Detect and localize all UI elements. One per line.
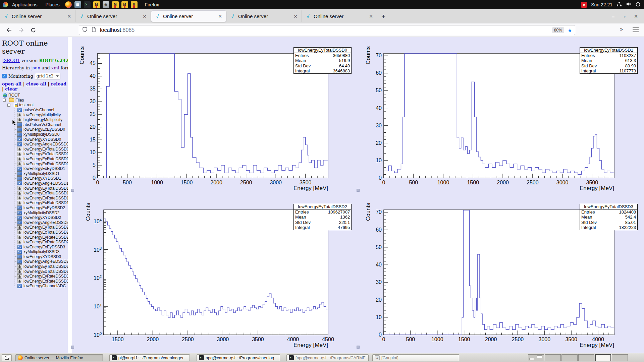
tree-item-lowEnergyAngleEDSSD0[interactable]: lowEnergyAngleEDSSD0 <box>2 142 68 147</box>
pad-lowEnergyEyTotalDSSD2[interactable]: 1500200025003000350040004500100101102103… <box>72 193 358 350</box>
taskbar-item-4[interactable]: >_[npg@carme-gsi:~/Programs/CARME... <box>286 354 369 361</box>
terminal-launcher-icon[interactable]: >_ <box>84 1 91 8</box>
zoom-level-badge[interactable]: 80% <box>552 27 564 33</box>
tree-item-pulserVsChannel[interactable]: pulserVsChannel <box>2 108 68 113</box>
network-icon[interactable] <box>616 1 622 8</box>
taskbar-item-3[interactable]: >_npg@carme-gsi:~/Programs/caenlog... <box>197 354 280 361</box>
tab-close-icon[interactable]: ✕ <box>217 14 223 19</box>
tree-item-lowEnergyAngleEDSSD2[interactable]: lowEnergyAngleEDSSD2 <box>2 220 68 225</box>
pad-resize-handle[interactable] <box>71 346 74 349</box>
tree-item-lowEnergyMultiplicity[interactable]: lowEnergyMultiplicity <box>2 112 68 117</box>
tree-item-lowEnergyExTotalDSSD1[interactable]: lowEnergyExTotalDSSD1 <box>2 191 68 196</box>
sidebar-divider[interactable] <box>68 37 72 353</box>
tree-item-lowEnergyExTotalDSSD0[interactable]: lowEnergyExTotalDSSD0 <box>2 152 68 157</box>
clock[interactable]: Sun 22:21 <box>591 2 612 7</box>
browser-tab-2[interactable]: √ Online server ✕ <box>75 10 151 22</box>
tree-item-lowEnergyEyTotalDSSD2[interactable]: lowEnergyEyTotalDSSD2 <box>2 225 68 230</box>
tree-item-lowEnergyExRateDSSD3[interactable]: lowEnergyExRateDSSD3 <box>2 279 68 284</box>
taskbar-item-5[interactable]: ▲[Gnuplot] <box>372 354 459 361</box>
firefox-launcher-icon[interactable] <box>65 1 72 8</box>
workspace-1[interactable] <box>528 354 544 361</box>
tree-item-lowEnergyXYDSSD0[interactable]: lowEnergyXYDSSD0 <box>2 137 68 142</box>
shield-icon[interactable] <box>82 26 88 34</box>
xml-link[interactable]: xml <box>51 65 59 70</box>
tree-item-lowEnergyExTotalDSSD2[interactable]: lowEnergyExTotalDSSD2 <box>2 230 68 235</box>
tree-item-lowEnergyAngleEDSSD1[interactable]: lowEnergyAngleEDSSD1 <box>2 181 68 186</box>
tree-item-lowEnergyExTotalDSSD3[interactable]: lowEnergyExTotalDSSD3 <box>2 269 68 274</box>
tab-close-icon[interactable]: ✕ <box>368 14 374 19</box>
tree-item-lowEnergyExRateDSSD0[interactable]: lowEnergyExRateDSSD0 <box>2 161 68 166</box>
tree-item-lowEnergyExEyDSSD2[interactable]: lowEnergyExEyDSSD2 <box>2 205 68 210</box>
json-link[interactable]: json <box>31 65 40 70</box>
midas-launcher-icon[interactable]: M <box>131 1 138 8</box>
forward-button[interactable] <box>16 25 26 35</box>
pad-resize-handle[interactable] <box>357 346 360 349</box>
taskbar-item-2[interactable]: >_pi@nnrpi1: ~/Programs/caenlogger <box>109 354 190 361</box>
tree-node-root[interactable]: ROOT <box>2 93 68 98</box>
workspace-4[interactable] <box>578 354 594 361</box>
taskbar-item-1[interactable]: Online server — Mozilla Firefox <box>15 354 103 361</box>
menu-applications[interactable]: Applications <box>8 0 42 9</box>
tree-item-lowEnergyChannelADC[interactable]: lowEnergyChannelADC <box>2 284 68 289</box>
hamburger-menu-icon[interactable] <box>633 27 639 32</box>
collapse-expander[interactable] <box>3 99 6 102</box>
browser-tab-5[interactable]: √ Online server ✕ <box>302 10 377 22</box>
tree-item-lowEnergyExRateDSSD1[interactable]: lowEnergyExRateDSSD1 <box>2 200 68 205</box>
pad-resize-handle[interactable] <box>71 189 74 192</box>
maximize-button[interactable]: ▫ <box>621 14 628 19</box>
tree-item-lowEnergyXYDSSD1[interactable]: lowEnergyXYDSSD1 <box>2 176 68 181</box>
tree-item-lowEnergyXYDSSD2[interactable]: lowEnergyXYDSSD2 <box>2 215 68 220</box>
link-open-all[interactable]: open all <box>2 81 21 86</box>
minimize-button[interactable]: – <box>610 14 616 19</box>
files-launcher-icon[interactable]: ▤ <box>74 1 81 8</box>
back-button[interactable] <box>4 25 14 35</box>
layout-select[interactable]: grid 2x2 <box>35 73 60 79</box>
link-clear[interactable]: clear <box>5 86 17 92</box>
tree-item-lowEnergyXYDSSD3[interactable]: lowEnergyXYDSSD3 <box>2 254 68 259</box>
tab-close-icon[interactable]: ✕ <box>142 14 147 19</box>
tree-node-test-root[interactable]: test.root <box>2 103 68 108</box>
workspace-6[interactable] <box>612 354 628 361</box>
browser-tab-1[interactable]: √ Online server ✕ <box>0 10 75 22</box>
tree-item-lowEnergyEyRateDSSD0[interactable]: lowEnergyEyRateDSSD0 <box>2 157 68 162</box>
overflow-menu-icon[interactable]: » <box>620 26 623 32</box>
pad-lowEnergyEyTotalDSSD0[interactable]: 0500100015002000250030003500051015202530… <box>72 37 358 193</box>
close-button[interactable]: ✕ <box>633 14 639 19</box>
pad-lowEnergyEyTotalDSSD1[interactable]: 0500100015002000250030003500010203040506… <box>358 37 644 193</box>
link-close-all[interactable]: close all <box>26 81 46 86</box>
collapse-expander[interactable] <box>7 104 10 107</box>
tree-item-lowEnergyAngleEDSSD3[interactable]: lowEnergyAngleEDSSD3 <box>2 259 68 264</box>
browser-tab-3[interactable]: √ Online server ✕ <box>151 10 226 22</box>
updates-badge-icon[interactable]: » <box>581 2 587 8</box>
tree-item-lowEnergyEyRateDSSD1[interactable]: lowEnergyEyRateDSSD1 <box>2 195 68 200</box>
midas-launcher-icon[interactable]: M <box>93 1 100 8</box>
bookmark-star-icon[interactable]: ★ <box>568 27 572 34</box>
pad-resize-handle[interactable] <box>357 189 360 192</box>
tree-item-lowEnergyExEyDSSD3[interactable]: lowEnergyExEyDSSD3 <box>2 244 68 249</box>
page-icon[interactable] <box>91 26 97 34</box>
browser-tab-4[interactable]: √ Online server ✕ <box>226 10 302 22</box>
volume-muted-icon[interactable] <box>626 1 631 8</box>
midas-launcher-icon[interactable]: M <box>121 1 128 8</box>
link-reload[interactable]: reload <box>51 81 66 86</box>
menu-places[interactable]: Places <box>42 0 64 9</box>
workspace-3[interactable] <box>561 354 578 361</box>
tree-item-xyMultiplicityDSSD0[interactable]: xyMultiplicityDSSD0 <box>2 132 68 137</box>
tree-item-xyMultiplicityDSSD3[interactable]: xyMultiplicityDSSD3 <box>2 249 68 254</box>
tree-item-lowEnergyExEyDSSD0[interactable]: lowEnergyExEyDSSD0 <box>2 127 68 132</box>
tree-item-lowEnergyExRateDSSD2[interactable]: lowEnergyExRateDSSD2 <box>2 240 68 245</box>
tab-close-icon[interactable]: ✕ <box>66 14 72 19</box>
reload-button[interactable] <box>28 25 38 35</box>
show-desktop-button[interactable] <box>2 354 12 361</box>
tree-item-lowEnergyExEyDSSD1[interactable]: lowEnergyExEyDSSD1 <box>2 166 68 171</box>
power-icon[interactable] <box>635 1 641 8</box>
shot-launcher-icon[interactable]: ◉ <box>103 1 109 8</box>
workspace-2[interactable] <box>545 354 561 361</box>
url-bar[interactable]: localhost:8085 80% ★ <box>79 25 575 35</box>
tree-item-lowEnergyEyRateDSSD3[interactable]: lowEnergyEyRateDSSD3 <box>2 274 68 279</box>
tree-item-xyMultiplicityDSSD1[interactable]: xyMultiplicityDSSD1 <box>2 171 68 176</box>
jsroot-link[interactable]: JSROOT <box>2 58 20 63</box>
tree-item-lowEnergyEyTotalDSSD0[interactable]: lowEnergyEyTotalDSSD0 <box>2 147 68 152</box>
monitoring-checkbox[interactable]: ✓ <box>2 74 7 78</box>
workspace-5[interactable] <box>595 354 611 361</box>
